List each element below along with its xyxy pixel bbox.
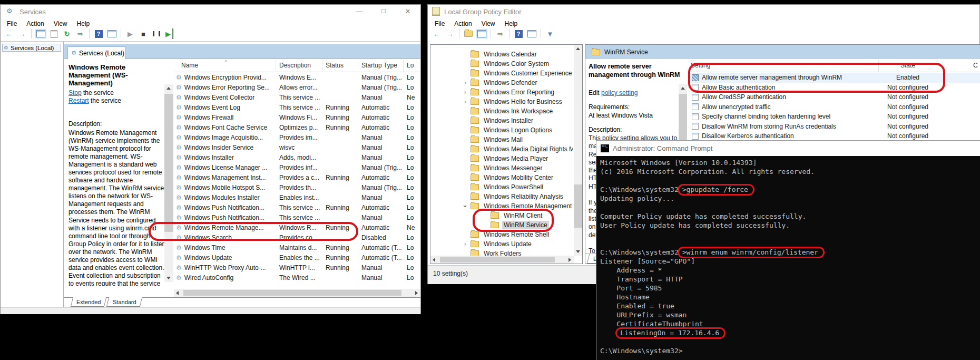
menu-item[interactable]: Action: [22, 19, 48, 28]
tab-standard[interactable]: Standard: [106, 297, 142, 307]
service-row[interactable]: Windows Modules Installer Enables inst..…: [174, 192, 420, 202]
hscroll-thumb[interactable]: [183, 290, 401, 296]
folder-up-icon[interactable]: [463, 28, 474, 39]
service-row[interactable]: Windows Push Notification... This servic…: [174, 212, 420, 222]
service-row[interactable]: Wired AutoConfig The Wired ... Manual Lo: [174, 273, 420, 283]
tree-item[interactable]: Windows Update: [430, 239, 573, 249]
tree-item[interactable]: Windows Reliability Analysis: [430, 192, 573, 201]
list-hscrollbar[interactable]: [174, 289, 420, 297]
tree-item[interactable]: Work Folders: [430, 249, 573, 256]
pane-tab[interactable]: ⚙ Services (Local): [67, 46, 125, 59]
show-window-icon[interactable]: [526, 28, 537, 39]
tree-vscrollbar[interactable]: [574, 45, 582, 256]
tree-vscroll-thumb[interactable]: [574, 184, 582, 228]
tree-hscrollbar[interactable]: [430, 256, 574, 264]
panel-vscrollbar[interactable]: [164, 84, 173, 282]
expander-icon[interactable]: [460, 202, 471, 210]
menu-item[interactable]: Help: [72, 19, 95, 28]
service-row[interactable]: Windows Image Acquisitio... Provides im.…: [174, 132, 420, 142]
tree-item[interactable]: Windows Error Reporting: [430, 87, 573, 97]
column-header-description[interactable]: Description: [276, 60, 322, 72]
service-row[interactable]: Windows Update Enables the ... Running A…: [174, 252, 420, 262]
service-row[interactable]: Windows Event Collector This service ...…: [174, 92, 420, 102]
service-row[interactable]: Windows Management Inst... Provides a c.…: [174, 172, 420, 182]
tree-item[interactable]: Windows Installer: [430, 116, 573, 125]
service-row[interactable]: Windows Event Log This service ... Runni…: [174, 102, 420, 112]
refresh-icon[interactable]: ↻: [61, 28, 73, 39]
policy-setting-row[interactable]: Allow unencrypted traffic Not configured: [688, 102, 980, 112]
service-row[interactable]: Windows Installer Adds, modi... Manual L…: [174, 152, 420, 162]
tree-item[interactable]: Windows Ink Workspace: [430, 106, 573, 116]
cmd-titlebar[interactable]: C:\_ Administrator: Command Prompt: [596, 141, 980, 156]
expander-icon[interactable]: [460, 98, 471, 105]
start-service-icon[interactable]: ▶: [124, 28, 136, 39]
menu-item[interactable]: Help: [500, 19, 523, 28]
menu-item[interactable]: Action: [449, 19, 476, 28]
forward-icon[interactable]: →: [16, 28, 28, 39]
stop-service-link[interactable]: Stop: [68, 89, 82, 96]
service-row[interactable]: Windows Firewall Windows Fi... Running A…: [174, 112, 420, 122]
filter-icon[interactable]: ▼: [544, 28, 556, 39]
back-icon[interactable]: ←: [431, 28, 443, 39]
service-row[interactable]: Windows Encryption Provid... Windows E..…: [174, 72, 420, 82]
service-row[interactable]: Windows Mobile Hotspot S... Provides th.…: [174, 182, 420, 192]
service-row[interactable]: Windows Error Reporting Se... Allows err…: [174, 82, 420, 92]
forward-icon[interactable]: →: [444, 28, 456, 39]
tree-item[interactable]: Windows Messenger: [430, 163, 573, 173]
tree-hscroll-thumb[interactable]: [440, 257, 555, 262]
edit-policy-setting-link[interactable]: policy setting: [601, 89, 638, 96]
tab-extended[interactable]: Extended: [71, 297, 106, 307]
tree-item[interactable]: Windows Defender: [430, 78, 573, 87]
help-icon[interactable]: ?: [93, 28, 104, 39]
column-header-startup-type[interactable]: Startup Type: [358, 60, 404, 72]
service-row[interactable]: WinHTTP Web Proxy Auto-... WinHTTP i... …: [174, 262, 420, 273]
expander-icon[interactable]: [460, 79, 471, 86]
expander-icon[interactable]: [460, 89, 471, 96]
tree-item[interactable]: Windows Logon Options: [430, 125, 573, 135]
cmd-window[interactable]: C:\_ Administrator: Command Prompt Micro…: [596, 140, 980, 360]
policy-setting-row[interactable]: Disallow Kerberos authentication Not con…: [688, 131, 980, 141]
export-list-icon[interactable]: ⇒: [494, 28, 506, 39]
minimize-button[interactable]: —: [349, 7, 370, 15]
column-header-logon[interactable]: Lo: [404, 60, 420, 72]
vscroll-thumb[interactable]: [164, 94, 173, 232]
console-tree-icon[interactable]: [476, 28, 487, 39]
service-row[interactable]: Windows Time Maintains d... Running Auto…: [174, 242, 420, 252]
tree-item[interactable]: Windows Hello for Business: [430, 97, 573, 106]
tree-item[interactable]: Windows Media Digital Rights M: [430, 144, 573, 154]
column-header-name[interactable]: ^Name: [174, 60, 276, 72]
tree-item[interactable]: Windows Customer Experience Ir: [430, 69, 573, 78]
service-row[interactable]: Windows Push Notification... This servic…: [174, 202, 420, 212]
restart-service-icon[interactable]: ▶: [164, 28, 173, 39]
console-tree-icon[interactable]: [35, 28, 46, 39]
close-button[interactable]: ✕: [397, 7, 418, 15]
sidebar-item-services-local[interactable]: ⚙ Services (Local): [2, 44, 61, 52]
menu-item[interactable]: File: [430, 19, 449, 28]
pause-service-icon[interactable]: [151, 28, 162, 39]
tree-item[interactable]: Windows PowerShell: [430, 182, 573, 192]
pane-divider[interactable]: [63, 42, 64, 307]
maximize-button[interactable]: □: [373, 7, 394, 15]
service-row[interactable]: Windows License Manager ... Provides inf…: [174, 162, 420, 172]
restart-service-link[interactable]: Restart: [68, 97, 89, 104]
cmd-body[interactable]: Microsoft Windows [Version 10.0.14393](c…: [596, 156, 980, 360]
menu-item[interactable]: View: [49, 19, 72, 28]
tree-item[interactable]: Windows Color System: [430, 59, 573, 69]
column-header-status[interactable]: Status: [322, 60, 358, 72]
tree-item[interactable]: Windows Calendar: [430, 50, 573, 59]
service-row[interactable]: Windows Font Cache Service Optimizes p..…: [174, 122, 420, 132]
export-list-icon[interactable]: ⇒: [74, 28, 86, 39]
tree-item[interactable]: Windows Media Player: [430, 154, 573, 163]
policy-setting-row[interactable]: Disallow WinRM from storing RunAs creden…: [688, 122, 980, 132]
tree-item[interactable]: Windows Mail: [430, 135, 573, 144]
properties-icon[interactable]: [48, 28, 60, 39]
help-icon[interactable]: ?: [513, 28, 524, 39]
menu-item[interactable]: View: [477, 19, 500, 28]
policy-setting-row[interactable]: Allow CredSSP authentication Not configu…: [688, 92, 980, 102]
service-row[interactable]: Windows Insider Service wisvc Manual Lo: [174, 142, 420, 152]
stop-service-icon[interactable]: ■: [138, 28, 149, 39]
back-icon[interactable]: ←: [3, 28, 15, 39]
tree-item[interactable]: Windows Mobility Center: [430, 173, 573, 182]
menu-item[interactable]: File: [2, 19, 22, 28]
expander-icon[interactable]: [460, 240, 471, 248]
